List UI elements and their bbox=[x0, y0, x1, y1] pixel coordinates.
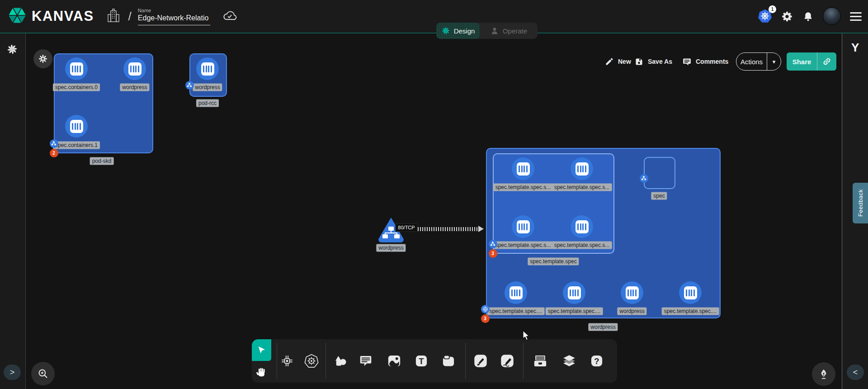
tab-design[interactable]: Design bbox=[436, 23, 480, 39]
header-left: KANVAS / Name Edge-Network-Relatio bbox=[0, 5, 237, 27]
issue-count-badge[interactable]: 3 bbox=[489, 249, 497, 258]
save-as-button[interactable]: Save As bbox=[634, 57, 672, 66]
breadcrumb-separator: / bbox=[128, 9, 132, 24]
notifications-bell-icon[interactable] bbox=[802, 10, 814, 23]
node-spec[interactable] bbox=[644, 157, 675, 189]
freehand-tool[interactable] bbox=[499, 353, 515, 369]
help-tool[interactable]: ? bbox=[589, 353, 605, 369]
deployment-badge-icon[interactable] bbox=[481, 305, 490, 313]
container-icon bbox=[201, 62, 214, 76]
container-node[interactable] bbox=[65, 115, 88, 138]
saved-cloud-icon bbox=[222, 9, 237, 24]
relationship-badge-icon[interactable] bbox=[489, 240, 497, 248]
components-tool[interactable] bbox=[279, 353, 295, 369]
container-node[interactable] bbox=[571, 215, 593, 238]
share-label: Share bbox=[787, 58, 817, 66]
dock-divider bbox=[465, 343, 466, 379]
container-icon bbox=[568, 286, 581, 299]
design-canvas[interactable]: New Save As Comments bbox=[26, 33, 842, 389]
text-tool[interactable]: T bbox=[413, 353, 429, 369]
tools-dock: T bbox=[252, 339, 617, 383]
new-button[interactable]: New bbox=[605, 57, 631, 66]
zoom-button[interactable] bbox=[31, 362, 55, 385]
container-node[interactable] bbox=[563, 281, 585, 304]
edge-arrowhead-icon bbox=[478, 226, 484, 232]
relationship-badge-icon[interactable] bbox=[50, 139, 58, 148]
design-name-value[interactable]: Edge-Network-Relatio bbox=[138, 14, 210, 25]
group-label: wordpress bbox=[588, 323, 618, 331]
user-avatar[interactable] bbox=[823, 7, 841, 25]
container-node[interactable] bbox=[196, 57, 219, 80]
frame-tool[interactable] bbox=[440, 353, 457, 369]
select-tool[interactable] bbox=[252, 339, 271, 361]
pan-tool[interactable] bbox=[253, 364, 269, 380]
drawer-tool[interactable] bbox=[532, 353, 548, 369]
container-node[interactable] bbox=[123, 57, 146, 80]
organization-icon[interactable] bbox=[107, 7, 120, 25]
kubernetes-tool[interactable] bbox=[303, 353, 320, 369]
container-node[interactable] bbox=[512, 215, 534, 238]
floppy-disk-icon bbox=[634, 57, 644, 66]
header-right: 1 bbox=[758, 0, 862, 33]
container-icon bbox=[70, 62, 83, 76]
pen-icon bbox=[473, 354, 488, 368]
actionbar-save: Save As bbox=[634, 52, 672, 71]
dock-divider bbox=[523, 343, 524, 379]
group-spec-template-spec[interactable] bbox=[493, 153, 614, 254]
actions-button[interactable]: Actions ▾ bbox=[736, 52, 781, 71]
settings-gear-icon[interactable] bbox=[781, 10, 793, 23]
design-pen-button[interactable] bbox=[812, 362, 835, 386]
copy-link-icon[interactable] bbox=[817, 57, 836, 66]
container-node[interactable] bbox=[679, 281, 702, 304]
shapes-icon bbox=[334, 354, 347, 368]
container-icon bbox=[128, 62, 142, 76]
node-label: spec.template.spec.... bbox=[546, 308, 603, 315]
pencil-icon bbox=[605, 57, 614, 66]
container-node[interactable] bbox=[512, 157, 534, 180]
issue-count-badge[interactable]: 2 bbox=[50, 149, 58, 157]
comments-label: Comments bbox=[696, 58, 728, 65]
share-button[interactable]: Share bbox=[787, 52, 836, 71]
expand-left-panel-button[interactable]: > bbox=[4, 365, 21, 380]
svg-text:T: T bbox=[419, 356, 424, 366]
chevron-down-icon[interactable]: ▾ bbox=[767, 58, 781, 65]
container-node[interactable] bbox=[621, 281, 643, 304]
layers-tool[interactable] bbox=[561, 353, 577, 369]
menu-hamburger-icon[interactable] bbox=[850, 12, 862, 21]
design-spiral-icon bbox=[441, 26, 450, 35]
relationship-badge-icon[interactable] bbox=[640, 174, 648, 183]
k8s-context-count-badge: 1 bbox=[769, 5, 776, 13]
svg-text:?: ? bbox=[594, 356, 599, 366]
canvas-top-accent-line bbox=[0, 33, 868, 33]
pen-tool[interactable] bbox=[472, 353, 489, 369]
chip-icon bbox=[280, 354, 294, 368]
container-node[interactable] bbox=[571, 157, 593, 180]
container-node[interactable] bbox=[505, 281, 527, 304]
issue-count-badge[interactable]: 3 bbox=[481, 314, 490, 323]
save-as-label: Save As bbox=[648, 58, 672, 65]
chevron-left-icon: < bbox=[853, 368, 858, 377]
collapse-right-panel-button[interactable]: < bbox=[847, 365, 864, 380]
kubernetes-float-icon[interactable] bbox=[33, 49, 52, 68]
dock-divider bbox=[326, 343, 326, 379]
shapes-tool[interactable] bbox=[332, 353, 349, 369]
mode-tabs: Design Operate bbox=[436, 23, 538, 39]
container-icon bbox=[517, 162, 530, 176]
tab-operate[interactable]: Operate bbox=[480, 23, 538, 39]
container-icon bbox=[517, 220, 530, 233]
frame-icon bbox=[442, 354, 455, 368]
group-label: pod-skd bbox=[90, 157, 114, 165]
relationship-badge-icon[interactable] bbox=[185, 81, 194, 90]
feedback-label: Feedback bbox=[857, 189, 864, 217]
actionbar-comments: Comments bbox=[682, 52, 728, 71]
new-label: New bbox=[618, 58, 631, 65]
comment-tool[interactable] bbox=[358, 353, 374, 369]
panel-toggle-icon[interactable]: Y bbox=[851, 41, 859, 55]
container-node[interactable] bbox=[65, 57, 88, 80]
kanvas-brand[interactable]: KANVAS bbox=[7, 5, 94, 27]
comments-button[interactable]: Comments bbox=[682, 57, 728, 66]
kubernetes-context-icon[interactable]: 1 bbox=[758, 9, 772, 24]
image-tool[interactable] bbox=[386, 353, 402, 369]
design-name-field[interactable]: Name Edge-Network-Relatio bbox=[138, 8, 210, 25]
feedback-tab[interactable]: Feedback bbox=[853, 183, 868, 223]
